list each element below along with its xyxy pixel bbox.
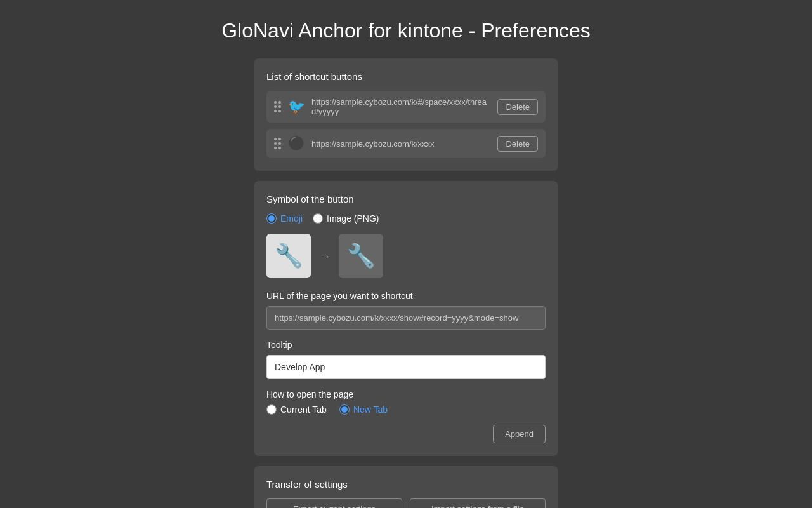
transfer-btn-row: Export current settings Import settings … <box>266 498 546 508</box>
item-url-1: https://sample.cybozu.com/k/#/space/xxxx… <box>311 97 491 116</box>
current-tab-label[interactable]: Current Tab <box>266 404 327 415</box>
shortcut-item-1: 🐦 https://sample.cybozu.com/k/#/space/xx… <box>266 91 546 123</box>
emoji-radio-text: Emoji <box>280 213 303 224</box>
symbol-card-title: Symbol of the button <box>266 194 546 204</box>
emoji-box-dark: 🔧 <box>339 234 383 278</box>
new-tab-text: New Tab <box>353 404 388 415</box>
emoji-radio[interactable] <box>266 213 277 224</box>
image-radio-label[interactable]: Image (PNG) <box>313 213 379 224</box>
emoji-preview-area: 🔧 → 🔧 <box>266 234 546 278</box>
item-icon-2: ⚫ <box>287 135 305 152</box>
image-radio[interactable] <box>313 213 323 224</box>
arrow-icon: → <box>318 249 331 264</box>
new-tab-label[interactable]: New Tab <box>339 404 388 415</box>
open-page-radio-row: Current Tab New Tab <box>266 404 546 415</box>
shortcut-item-2: ⚫ https://sample.cybozu.com/k/xxxx Delet… <box>266 129 546 158</box>
item-url-2: https://sample.cybozu.com/k/xxxx <box>311 139 491 149</box>
image-radio-text: Image (PNG) <box>327 213 379 224</box>
url-input[interactable] <box>266 306 546 330</box>
tooltip-field-label: Tooltip <box>266 340 546 350</box>
open-page-section: How to open the page Current Tab New Tab <box>266 389 546 415</box>
current-tab-radio[interactable] <box>266 404 277 415</box>
export-button[interactable]: Export current settings <box>266 498 402 508</box>
emoji-radio-label[interactable]: Emoji <box>266 213 303 224</box>
drag-handle-1[interactable] <box>274 101 281 112</box>
transfer-card-title: Transfer of settings <box>266 479 546 490</box>
delete-button-2[interactable]: Delete <box>497 136 538 152</box>
delete-button-1[interactable]: Delete <box>497 99 538 115</box>
import-button[interactable]: Import settings from a file <box>410 498 546 508</box>
emoji-box-light[interactable]: 🔧 <box>266 234 311 278</box>
new-tab-radio[interactable] <box>339 404 350 415</box>
symbol-radio-group: Emoji Image (PNG) <box>266 213 546 224</box>
item-icon-1: 🐦 <box>287 98 305 115</box>
shortcut-list-title: List of shortcut buttons <box>266 71 546 82</box>
shortcut-list-card: List of shortcut buttons 🐦 https://sampl… <box>254 58 558 171</box>
tooltip-input[interactable] <box>266 355 546 379</box>
transfer-card: Transfer of settings Export current sett… <box>254 466 558 508</box>
drag-handle-2[interactable] <box>274 138 281 149</box>
symbol-card: Symbol of the button Emoji Image (PNG) 🔧… <box>254 181 558 456</box>
current-tab-text: Current Tab <box>280 404 327 415</box>
open-page-label: How to open the page <box>266 389 546 399</box>
append-button[interactable]: Append <box>493 425 546 443</box>
page-title: GloNavi Anchor for kintone - Preferences <box>221 19 591 43</box>
url-field-label: URL of the page you want to shortcut <box>266 291 546 301</box>
append-row: Append <box>266 425 546 443</box>
